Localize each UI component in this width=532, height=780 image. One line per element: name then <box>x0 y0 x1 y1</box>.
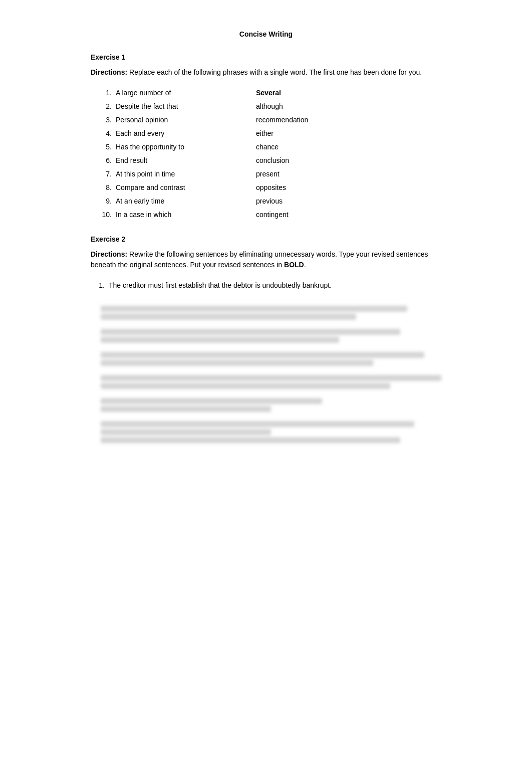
exercise-2-section: Exercise 2 Directions: Rewrite the follo… <box>91 235 441 291</box>
sentence-number: 1. <box>91 280 109 291</box>
blurred-item-4 <box>101 375 441 389</box>
item-number: 6. <box>101 155 116 166</box>
list-item: 2.Despite the fact thatalthough <box>101 101 441 112</box>
exercise-1-title: Exercise 1 <box>91 53 441 61</box>
item-answer: recommendation <box>226 115 441 125</box>
exercise-2-sentences: 1.The creditor must first establish that… <box>91 280 441 291</box>
item-number: 3. <box>101 115 116 125</box>
blurred-item-6 <box>101 421 441 443</box>
list-item: 8.Compare and contrastopposites <box>101 182 441 193</box>
blurred-item-2 <box>101 329 441 343</box>
exercise-1-directions: Directions: Replace each of the followin… <box>91 67 441 78</box>
list-item: 7.At this point in timepresent <box>101 169 441 179</box>
directions-end: . <box>304 261 306 269</box>
list-item: 4.Each and everyeither <box>101 128 441 139</box>
sentence-item: 1.The creditor must first establish that… <box>91 280 441 291</box>
item-phrase: Personal opinion <box>116 115 226 125</box>
list-item: 10.In a case in whichcontingent <box>101 210 441 220</box>
item-answer: contingent <box>226 210 441 220</box>
list-item: 6.End resultconclusion <box>101 155 441 166</box>
item-answer: opposites <box>226 182 441 193</box>
item-number: 4. <box>101 128 116 139</box>
list-item: 1.A large number ofSeveral <box>101 88 441 98</box>
blurred-content <box>101 306 441 443</box>
blurred-item-5 <box>101 398 441 412</box>
directions-label-1: Directions: <box>91 68 127 76</box>
item-number: 1. <box>101 88 116 98</box>
directions-text-1: Replace each of the following phrases wi… <box>127 68 422 76</box>
sentence-text: The creditor must first establish that t… <box>109 280 441 291</box>
item-phrase: Compare and contrast <box>116 182 226 193</box>
item-phrase: At an early time <box>116 196 226 207</box>
item-answer: although <box>226 101 441 112</box>
directions-label-2: Directions: <box>91 250 127 258</box>
item-phrase: A large number of <box>116 88 226 98</box>
blurred-item-3 <box>101 352 441 366</box>
item-phrase: Has the opportunity to <box>116 142 226 152</box>
item-phrase: At this point in time <box>116 169 226 179</box>
item-number: 7. <box>101 169 116 179</box>
item-number: 10. <box>101 210 116 220</box>
blurred-item-1 <box>101 306 441 320</box>
item-answer: present <box>226 169 441 179</box>
item-phrase: In a case in which <box>116 210 226 220</box>
item-number: 8. <box>101 182 116 193</box>
list-item: 9.At an early timeprevious <box>101 196 441 207</box>
list-item: 5.Has the opportunity tochance <box>101 142 441 152</box>
item-number: 5. <box>101 142 116 152</box>
item-answer: either <box>226 128 441 139</box>
page-title: Concise Writing <box>91 30 441 38</box>
item-answer: conclusion <box>226 155 441 166</box>
item-number: 9. <box>101 196 116 207</box>
list-item: 3.Personal opinionrecommendation <box>101 115 441 125</box>
item-phrase: Despite the fact that <box>116 101 226 112</box>
exercise-2-directions: Directions: Rewrite the following senten… <box>91 249 441 270</box>
exercise-2-title: Exercise 2 <box>91 235 441 243</box>
item-answer: chance <box>226 142 441 152</box>
exercise-1-section: Exercise 1 Directions: Replace each of t… <box>91 53 441 220</box>
exercise-1-list: 1.A large number ofSeveral2.Despite the … <box>101 88 441 220</box>
item-number: 2. <box>101 101 116 112</box>
page-container: Concise Writing Exercise 1 Directions: R… <box>71 0 461 482</box>
item-answer: Several <box>226 88 441 98</box>
item-answer: previous <box>226 196 441 207</box>
directions-bold2: BOLD <box>284 261 304 269</box>
directions-text-2: Rewrite the following sentences by elimi… <box>91 250 428 269</box>
item-phrase: Each and every <box>116 128 226 139</box>
item-phrase: End result <box>116 155 226 166</box>
